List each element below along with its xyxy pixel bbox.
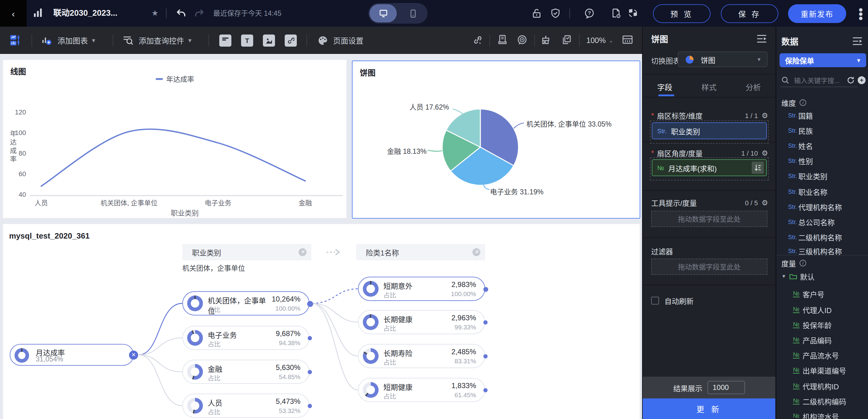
add-query-control-button[interactable]: 添加查询控件 ▼ [122,27,193,54]
link-widget-icon[interactable] [285,34,297,46]
string-type-tag: Str. [657,127,667,134]
measure-field-chip[interactable]: № 月达成率(求和) [652,159,767,176]
pie-label: 人员 17.62% [409,102,449,111]
filter-section-header: 过滤器 [651,246,768,256]
tree-node[interactable]: 长期寿险2,485% 占比83.31% [358,344,485,368]
auto-refresh-label: 自动刷新 [664,295,693,306]
image-widget-icon[interactable] [263,34,275,46]
more-menu-icon[interactable]: ●●● [857,7,865,20]
level1-field-selector[interactable]: 职业类别 ✕ [182,244,311,260]
comment-search-icon[interactable] [516,34,528,46]
pie-chart-widget[interactable]: 饼图 人员 17.62% 机关团体, 企事单位 33.05% 金融 18.13%… [352,61,640,219]
dashboard-canvas[interactable]: 线图 年达成率 年达成率 120 100 80 60 40 [0,54,642,419]
switch-chart-label: 切换图表 [651,55,680,65]
dimension-field-chip[interactable]: Str. 职业类别 [652,122,767,139]
tree-node[interactable]: 机关团体，企事单位10,264% 占比100.00% [182,291,310,316]
collapse-panel-icon[interactable] [852,36,863,46]
dimension-drop-area[interactable]: Str. 职业类别 [650,121,769,143]
text-widget-icon[interactable]: T [241,34,253,46]
preview-button[interactable]: 预 览 [653,4,711,23]
auto-refresh-checkbox[interactable] [651,297,659,304]
info-icon[interactable]: i [800,260,806,266]
republish-button[interactable]: 重新发布 [788,4,846,23]
sort-icon[interactable] [752,162,764,174]
chevron-down-icon: ▼ [856,57,861,63]
chart-type-select[interactable]: 饼图 ▼ [678,52,768,67]
divider [489,34,490,46]
report-icon[interactable] [497,34,509,46]
edit-toolbar: 添加图表 ▼ 添加查询控件 ▼ T [0,27,642,54]
collapse-panel-icon[interactable] [756,34,767,43]
svg-text:60: 60 [19,170,26,178]
document-settings-icon[interactable] [611,8,621,19]
add-chart-button[interactable]: 添加图表 ▼ [41,27,96,54]
sync-components-icon[interactable] [627,8,639,19]
chart-settings-panel: 饼图 切换图表 饼图 ▼ 字段 样式 分析 * 扇区标签/维度 1 / 1 ⚙ [642,27,775,419]
refresh-icon[interactable] [847,76,855,84]
tab-style[interactable]: 样式 [687,81,731,93]
back-button[interactable]: ‹ [0,0,27,27]
active-tab-indicator [658,94,674,96]
page-settings-button[interactable]: 页面设置 [317,27,364,54]
tree-node[interactable]: 长期健康2,963% 占比99.33% [358,310,485,334]
gear-icon[interactable]: ⚙ [762,111,768,120]
gear-icon[interactable]: ⚙ [762,149,768,157]
update-button[interactable]: 更 新 [643,398,775,419]
widget-panel-icon[interactable] [10,34,21,46]
filter-drop-zone[interactable]: 拖动数据字段至此处 [651,259,768,275]
remove-field-icon[interactable]: ✕ [472,248,480,256]
chart-type-icon [34,8,42,17]
level2-field-selector[interactable]: 险类1名称 ✕ [356,244,485,260]
link-icon[interactable] [472,34,484,46]
dimensions-header: 维度 i [781,97,806,108]
gear-icon[interactable]: ⚙ [762,198,768,207]
tree-node[interactable]: 金融5,630% 占比54.85% [182,360,310,384]
divider [579,34,580,46]
tooltip-drop-zone[interactable]: 拖动数据字段至此处 [651,211,768,227]
mobile-view-toggle[interactable] [398,3,428,24]
add-field-icon[interactable]: + [858,76,866,84]
divider [113,34,113,46]
save-status: 最近保存于今天 14:45 [213,0,281,27]
tab-analysis[interactable]: 分析 [731,81,775,93]
progress-donut [363,314,379,330]
copy-check-icon[interactable] [561,34,573,46]
undo-icon[interactable] [176,8,187,19]
layout-grid-icon[interactable] [621,34,633,46]
favorite-star-icon[interactable]: ★ [151,0,158,27]
save-button[interactable]: 保 存 [721,4,778,23]
lock-icon[interactable] [531,8,542,19]
tab-fields[interactable]: 字段 [643,81,687,93]
drill-tree-widget[interactable]: mysql_test_2020_361 职业类别 ✕ 险类1名称 ✕ 机关团体，… [2,223,640,419]
remove-field-icon[interactable]: ✕ [299,248,307,256]
card-widget-icon[interactable] [219,34,231,46]
field-search[interactable]: 输入关键字搜... + [781,75,866,85]
measure-drop-area[interactable]: № 月达成率(求和) [650,157,769,181]
divider [31,34,32,46]
desktop-view-toggle[interactable] [370,4,397,23]
chevron-down-icon: ▼ [91,37,96,43]
line-chart-widget[interactable]: 线图 年达成率 年达成率 120 100 80 60 40 [2,59,347,219]
svg-text:电子业务: 电子业务 [205,199,231,207]
clean-style-icon[interactable] [540,34,552,46]
progress-donut [363,382,379,398]
divider [208,34,209,46]
shield-check-icon[interactable] [550,8,561,19]
pie-label: 金融 18.13% [387,146,427,156]
tree-node[interactable]: 人员5,473% 占比53.32% [182,393,310,418]
collapse-node-icon[interactable]: ✕ [129,351,138,360]
result-limit-input[interactable] [707,381,745,394]
measure-folder[interactable]: ▼ 默认 [781,271,815,282]
redo-icon[interactable] [194,8,205,19]
tree-edges [3,224,641,419]
tree-root-node[interactable]: 月达成率 31,054% [10,344,134,366]
tree-node[interactable]: 电子业务9,687% 占比94.38% [182,326,310,350]
dataset-select[interactable]: 保险保单 ▼ [780,53,866,67]
info-icon[interactable]: i [800,99,806,106]
zoom-level-control[interactable]: 100% ⌄ [586,27,613,54]
page-settings-label: 页面设置 [333,34,364,46]
tree-node[interactable]: 短期健康1,833% 占比61.45% [358,378,485,402]
tree-node[interactable]: 短期意外2,983% 占比100.00% [358,277,485,301]
divider [307,34,307,46]
help-icon[interactable]: ? [584,8,595,19]
